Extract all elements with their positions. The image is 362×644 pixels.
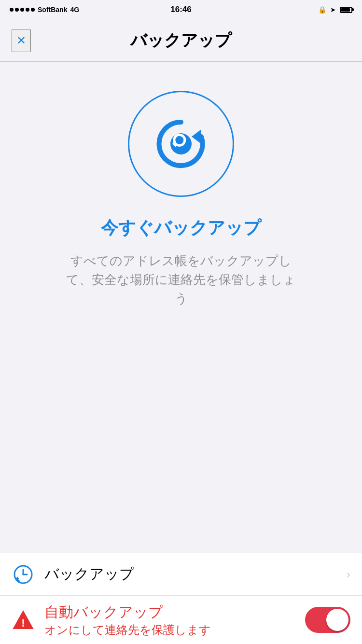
warning-icon: ! [13,609,34,630]
backup-now-title: 今すぐバックアップ [101,216,261,240]
auto-backup-subtitle: オンにして連絡先を保護します [44,622,305,638]
signal-dot-1 [10,8,14,12]
signal-dot-5 [31,8,35,12]
network-type: 4G [70,6,79,14]
bottom-section: バックアップ › ! 自動バックアップ オンにして連絡先を保護します [0,553,362,644]
backup-description: すべてのアドレス帳をバックアップして、安全な場所に連絡先を保管しましょう [60,252,302,308]
signal-dot-4 [26,8,29,12]
carrier-name: SoftBank [38,6,67,14]
backup-row[interactable]: バックアップ › [0,553,362,596]
warning-icon-container: ! [12,608,35,631]
signal-dots [10,8,35,12]
battery-fill [341,8,350,12]
location-icon: ➤ [330,6,336,14]
signal-dot-3 [20,8,24,12]
chevron-right-icon: › [347,568,350,581]
auto-backup-title: 自動バックアップ [44,602,305,622]
backup-row-label: バックアップ [44,564,347,584]
auto-backup-row: ! 自動バックアップ オンにして連絡先を保護します [0,596,362,644]
svg-text:!: ! [21,617,25,629]
close-button[interactable]: ✕ [12,29,31,52]
main-content: 今すぐバックアップ すべてのアドレス帳をバックアップして、安全な場所に連絡先を保… [0,62,362,308]
signal-dot-2 [15,8,19,12]
page-title: バックアップ [130,29,232,52]
status-bar: SoftBank 4G 16:46 🔒 ➤ [0,0,362,19]
toggle-knob [326,609,348,631]
lock-icon: 🔒 [318,6,326,14]
backup-icon [150,112,212,175]
status-bar-right: 🔒 ➤ [318,6,352,14]
svg-marker-0 [192,129,201,144]
backup-now-button[interactable] [128,91,234,197]
auto-backup-toggle[interactable] [305,607,350,633]
nav-bar: ✕ バックアップ [0,19,362,62]
status-bar-left: SoftBank 4G [10,6,79,14]
status-bar-time: 16:46 [170,5,191,14]
backup-row-svg-icon [13,564,34,585]
battery-icon [340,7,352,13]
backup-row-icon-container [12,563,35,586]
auto-backup-text-container: 自動バックアップ オンにして連絡先を保護します [44,602,305,638]
